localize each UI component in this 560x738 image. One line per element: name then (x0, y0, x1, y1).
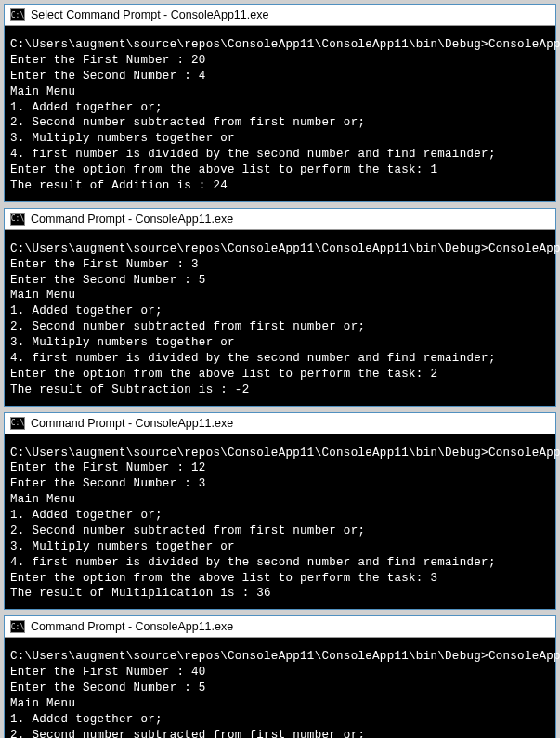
console-output[interactable]: C:\Users\augment\source\repos\ConsoleApp… (5, 434, 555, 610)
menu-item-2: 2. Second number subtracted from first n… (10, 524, 365, 537)
menu-header: Main Menu (10, 493, 75, 506)
result-line: The result of Subtraction is : -2 (10, 383, 249, 396)
menu-header: Main Menu (10, 697, 75, 710)
cmd-icon: C:\ (10, 213, 25, 226)
path-line: C:\Users\augment\source\repos\ConsoleApp… (10, 242, 560, 255)
path-line: C:\Users\augment\source\repos\ConsoleApp… (10, 650, 560, 663)
second-number-prompt: Enter the Second Number : 4 (10, 70, 206, 83)
console-window-3: C:\ Command Prompt - ConsoleApp11.exe C:… (4, 412, 556, 611)
path-line: C:\Users\augment\source\repos\ConsoleApp… (10, 447, 560, 460)
menu-header: Main Menu (10, 289, 75, 302)
window-title: Command Prompt - ConsoleApp11.exe (31, 620, 233, 633)
first-number-prompt: Enter the First Number : 3 (10, 258, 199, 271)
cmd-icon: C:\ (10, 620, 25, 633)
menu-item-2: 2. Second number subtracted from first n… (10, 320, 365, 333)
console-window-1: C:\ Select Command Prompt - ConsoleApp11… (4, 4, 556, 202)
menu-item-1: 1. Added together or; (10, 101, 163, 114)
console-output[interactable]: C:\Users\augment\source\repos\ConsoleApp… (5, 638, 555, 738)
option-prompt: Enter the option from the above list to … (10, 368, 437, 381)
cmd-icon: C:\ (10, 8, 25, 21)
first-number-prompt: Enter the First Number : 20 (10, 54, 206, 67)
cmd-icon: C:\ (10, 417, 25, 430)
menu-item-1: 1. Added together or; (10, 304, 163, 317)
option-prompt: Enter the option from the above list to … (10, 163, 437, 176)
menu-item-2: 2. Second number subtracted from first n… (10, 729, 365, 738)
menu-item-3: 3. Multiply numbers together or (10, 540, 235, 553)
title-bar[interactable]: C:\ Select Command Prompt - ConsoleApp11… (5, 5, 555, 26)
console-window-4: C:\ Command Prompt - ConsoleApp11.exe C:… (4, 615, 556, 738)
first-number-prompt: Enter the First Number : 40 (10, 666, 206, 679)
console-window-2: C:\ Command Prompt - ConsoleApp11.exe C:… (4, 208, 556, 407)
title-bar[interactable]: C:\ Command Prompt - ConsoleApp11.exe (5, 209, 555, 230)
console-output[interactable]: C:\Users\augment\source\repos\ConsoleApp… (5, 26, 555, 201)
result-line: The result of Addition is : 24 (10, 179, 228, 192)
option-prompt: Enter the option from the above list to … (10, 572, 437, 585)
menu-item-3: 3. Multiply numbers together or (10, 132, 235, 145)
menu-item-1: 1. Added together or; (10, 509, 163, 522)
path-line: C:\Users\augment\source\repos\ConsoleApp… (10, 38, 560, 51)
second-number-prompt: Enter the Second Number : 3 (10, 477, 206, 490)
console-output[interactable]: C:\Users\augment\source\repos\ConsoleApp… (5, 230, 555, 406)
menu-item-4: 4. first number is divided by the second… (10, 556, 496, 569)
second-number-prompt: Enter the Second Number : 5 (10, 274, 206, 287)
window-title: Command Prompt - ConsoleApp11.exe (31, 213, 233, 226)
menu-item-4: 4. first number is divided by the second… (10, 148, 496, 161)
second-number-prompt: Enter the Second Number : 5 (10, 681, 206, 694)
window-title: Select Command Prompt - ConsoleApp11.exe (31, 8, 268, 21)
menu-item-2: 2. Second number subtracted from first n… (10, 116, 365, 129)
menu-item-4: 4. first number is divided by the second… (10, 352, 496, 365)
menu-header: Main Menu (10, 85, 75, 98)
window-title: Command Prompt - ConsoleApp11.exe (31, 417, 233, 430)
first-number-prompt: Enter the First Number : 12 (10, 461, 206, 474)
title-bar[interactable]: C:\ Command Prompt - ConsoleApp11.exe (5, 413, 555, 434)
menu-item-3: 3. Multiply numbers together or (10, 336, 235, 349)
result-line: The result of Multiplication is : 36 (10, 587, 271, 600)
menu-item-1: 1. Added together or; (10, 713, 163, 726)
title-bar[interactable]: C:\ Command Prompt - ConsoleApp11.exe (5, 616, 555, 638)
